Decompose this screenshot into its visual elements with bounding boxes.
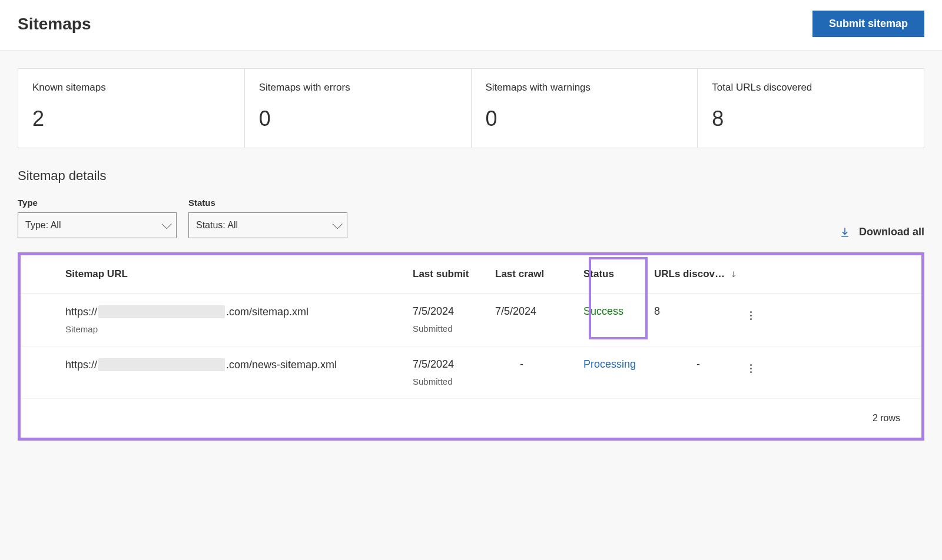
col-header-last-crawl[interactable]: Last crawl: [495, 268, 544, 279]
stat-label: Sitemaps with errors: [259, 82, 457, 94]
section-title: Sitemap details: [18, 168, 924, 184]
stat-label: Sitemaps with warnings: [486, 82, 684, 94]
filter-status-select[interactable]: Status: All: [188, 212, 347, 238]
sort-descending-icon: [729, 270, 738, 278]
row-actions-menu[interactable]: [750, 311, 752, 320]
stat-value: 0: [259, 106, 457, 131]
table-row[interactable]: https:// .com/news-sitemap.xml 7/5/2024 …: [21, 346, 921, 399]
page-body: Known sitemaps 2 Sitemaps with errors 0 …: [0, 51, 942, 560]
filter-type-group: Type Type: All: [18, 198, 177, 238]
stat-label: Known sitemaps: [32, 82, 230, 94]
chevron-down-icon: [333, 219, 343, 229]
page-title: Sitemaps: [18, 15, 91, 34]
chevron-down-icon: [162, 219, 172, 229]
sitemap-url: https:// .com/sitemap.xml: [65, 305, 413, 318]
url-suffix: .com/news-sitemap.xml: [226, 359, 337, 371]
col-header-url[interactable]: Sitemap URL: [65, 268, 128, 279]
url-prefix: https://: [65, 306, 97, 318]
col-header-urls-discovered[interactable]: URLs discov…: [654, 268, 725, 280]
filter-type-value: Type: All: [25, 220, 61, 231]
filter-type-select[interactable]: Type: All: [18, 212, 177, 238]
sitemap-type-label: Sitemap: [65, 324, 413, 334]
filter-row: Type Type: All Status Status: All Downlo…: [18, 198, 924, 238]
last-crawl-date: 7/5/2024: [495, 305, 583, 318]
stat-card-urls-discovered[interactable]: Total URLs discovered 8: [698, 68, 924, 148]
download-icon: [839, 226, 851, 238]
urls-discovered-value: 8: [654, 305, 660, 318]
row-actions-menu[interactable]: [750, 364, 752, 373]
last-submit-date: 7/5/2024: [413, 305, 495, 318]
urls-discovered-value: -: [654, 358, 742, 371]
download-all-button[interactable]: Download all: [839, 226, 924, 238]
stat-value: 8: [712, 106, 910, 131]
redacted-domain: [98, 358, 225, 371]
stat-card-errors[interactable]: Sitemaps with errors 0: [245, 68, 472, 148]
table-header-row: Sitemap URL Last submit Last crawl Statu…: [21, 255, 921, 294]
sitemap-url: https:// .com/news-sitemap.xml: [65, 358, 413, 371]
table-row[interactable]: https:// .com/sitemap.xml Sitemap 7/5/20…: [21, 294, 921, 346]
last-crawl-date: -: [495, 358, 583, 371]
stat-card-known-sitemaps[interactable]: Known sitemaps 2: [18, 68, 245, 148]
filter-status-value: Status: All: [196, 220, 238, 231]
filter-status-group: Status Status: All: [188, 198, 347, 238]
filter-status-label: Status: [188, 198, 347, 208]
col-header-status[interactable]: Status: [583, 268, 614, 279]
filter-type-label: Type: [18, 198, 177, 208]
stat-label: Total URLs discovered: [712, 82, 910, 94]
last-submit-date: 7/5/2024: [413, 358, 495, 371]
table-footer-rowcount: 2 rows: [21, 399, 921, 438]
submit-note: Submitted: [413, 324, 495, 334]
url-suffix: .com/sitemap.xml: [226, 306, 309, 318]
status-value: Processing: [583, 358, 654, 371]
col-header-last-submit[interactable]: Last submit: [413, 268, 469, 279]
url-prefix: https://: [65, 359, 97, 371]
stat-value: 2: [32, 106, 230, 131]
sitemap-table: Sitemap URL Last submit Last crawl Statu…: [18, 252, 924, 441]
redacted-domain: [98, 305, 225, 318]
top-bar: Sitemaps Submit sitemap: [0, 0, 942, 51]
stat-card-warnings[interactable]: Sitemaps with warnings 0: [472, 68, 698, 148]
submit-note: Submitted: [413, 376, 495, 386]
stat-value: 0: [486, 106, 684, 131]
status-value: Success: [583, 305, 654, 318]
download-all-label: Download all: [859, 226, 924, 238]
submit-sitemap-button[interactable]: Submit sitemap: [812, 11, 924, 37]
stat-cards-row: Known sitemaps 2 Sitemaps with errors 0 …: [18, 68, 924, 148]
